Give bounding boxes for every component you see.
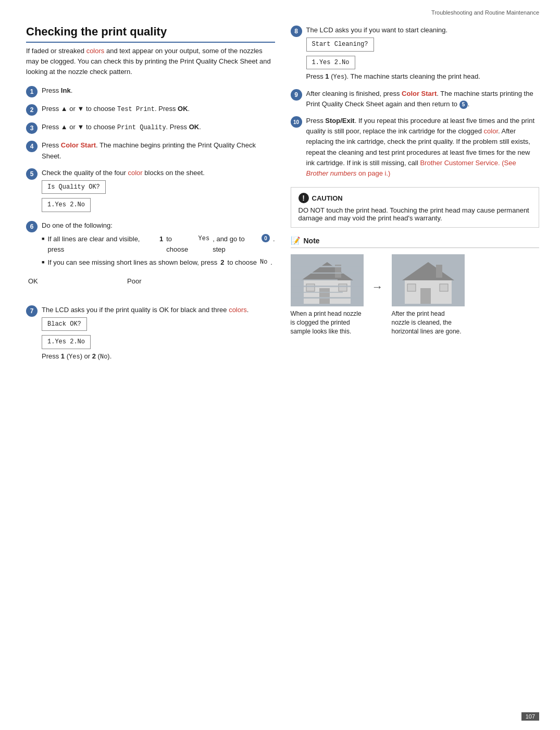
ok-lines [28,287,96,299]
bullet-1: If all lines are clear and visible, pres… [42,234,275,254]
note-section: 📝 Note [291,236,540,336]
poor-line-4 [127,293,190,294]
quality-diagram: OK Poor [26,277,275,299]
step-6-body: Do one of the following: If all lines ar… [42,220,275,271]
step-10: 10 Press Stop/Exit. If you repeat this p… [291,116,540,179]
house-clean-svg [392,254,465,306]
ok-line-4 [28,293,96,294]
poor-line-6 [127,298,195,299]
step-9-body: After cleaning is finished, press Color … [306,89,540,109]
caution-text: DO NOT touch the print head. Touching th… [298,206,532,222]
page-header: Troubleshooting and Routine Maintenance [0,0,560,20]
svg-rect-16 [436,265,442,278]
poor-line-1 [127,287,195,288]
caution-title: ! CAUTION [298,193,532,203]
ok-line-2 [28,289,96,290]
page-number: 107 [521,712,539,721]
step-2-body: Press ▲ or ▼ to choose Test Print. Press… [42,104,275,115]
svg-rect-5 [306,284,315,291]
note-img-before [291,254,364,306]
lcd-yes-no-1: 1.Yes 2.No [42,198,91,212]
bullet-2: If you can see missing short lines as sh… [42,257,275,268]
step-4-body: Press Color Start. The machine begins pr… [42,140,275,161]
step-num-6: 6 [26,221,38,232]
lcd-yes-no-2: 1.Yes 2.No [42,335,91,349]
poor-line-3 [127,291,184,292]
step-6-bullets: If all lines are clear and visible, pres… [42,234,275,268]
step-num-1: 1 [26,86,38,97]
ok-line-1 [28,287,96,288]
poor-line-5 [127,295,195,296]
poor-line-2 [127,289,195,290]
house-clogged-svg [291,254,364,306]
arrow-icon: → [372,280,383,294]
svg-rect-7 [291,266,364,267]
caution-label: CAUTION [312,194,343,202]
svg-rect-10 [291,286,364,287]
poor-label: Poor [127,277,141,285]
color-word: colors [86,47,105,55]
quality-poor-col: Poor [127,277,195,299]
left-column: Checking the print quality If faded or s… [26,25,275,368]
step-num-8: 8 [291,26,302,37]
svg-rect-12 [291,297,364,299]
step-3: 3 Press ▲ or ▼ to choose Print Quality. … [26,122,275,134]
step-7: 7 The LCD asks you if the print quality … [26,305,275,362]
lcd-start-cleaning: Start Cleaning? [306,38,374,52]
caution-icon: ! [298,193,309,203]
step-1-body: Press Ink. [42,85,275,96]
step-7-body: The LCD asks you if the print quality is… [42,305,275,362]
step-num-2: 2 [26,104,38,116]
quality-ok-col: OK [28,277,96,299]
svg-rect-4 [319,288,330,304]
step-1-key: Ink [61,86,71,94]
step-3-body: Press ▲ or ▼ to choose Print Quality. Pr… [42,122,275,133]
note-caption-after: After the print head nozzle is cleaned, … [392,310,465,336]
step-5: 5 Check the quality of the four color bl… [26,168,275,214]
step-num-10: 10 [291,116,302,128]
poor-lines [127,287,195,299]
note-label: Note [304,237,320,245]
svg-rect-11 [291,292,343,293]
step-1: 1 Press Ink. [26,85,275,97]
ok-line-3 [28,291,96,292]
note-icon: 📝 [291,236,301,245]
svg-rect-18 [407,284,416,291]
step-8: 8 The LCD asks you if you want to start … [291,25,540,82]
svg-rect-6 [339,284,347,291]
note-title-bar: 📝 Note [291,236,540,248]
svg-rect-19 [440,284,448,291]
ok-line-6 [28,298,96,299]
intro-text: If faded or streaked colors and text app… [26,46,275,77]
ok-label: OK [28,277,38,285]
svg-rect-8 [291,273,364,274]
step-num-4: 4 [26,141,38,152]
step-4: 4 Press Color Start. The machine begins … [26,140,275,161]
lcd-black-ok: Black OK? [42,317,87,331]
page-title: Checking the print quality [26,25,275,43]
header-title: Troubleshooting and Routine Maintenance [431,9,539,16]
note-images: When a print head nozzle is clogged the … [291,254,540,336]
step-num-5: 5 [26,168,38,180]
step-num-9: 9 [291,89,302,101]
svg-rect-9 [291,279,338,280]
step-num-3: 3 [26,122,38,134]
note-img-before-wrap: When a print head nozzle is clogged the … [291,254,364,336]
note-img-after [392,254,465,306]
step-num-7: 7 [26,305,38,317]
step-5-body: Check the quality of the four color bloc… [42,168,275,214]
note-img-after-wrap: After the print head nozzle is cleaned, … [392,254,465,336]
svg-rect-17 [420,288,431,304]
step-9: 9 After cleaning is finished, press Colo… [291,89,540,109]
caution-box: ! CAUTION DO NOT touch the print head. T… [291,187,540,228]
right-column: 8 The LCD asks you if you want to start … [291,25,540,368]
note-caption-before: When a print head nozzle is clogged the … [291,310,364,336]
step-8-body: The LCD asks you if you want to start cl… [306,25,540,82]
lcd-yes-no-3: 1.Yes 2.No [306,56,355,70]
step-6: 6 Do one of the following: If all lines … [26,220,275,271]
lcd-quality-ok: Is Quality OK? [42,180,106,194]
ok-line-5 [28,295,96,296]
step-10-body: Press Stop/Exit. If you repeat this proc… [306,116,540,179]
step-2: 2 Press ▲ or ▼ to choose Test Print. Pre… [26,104,275,116]
